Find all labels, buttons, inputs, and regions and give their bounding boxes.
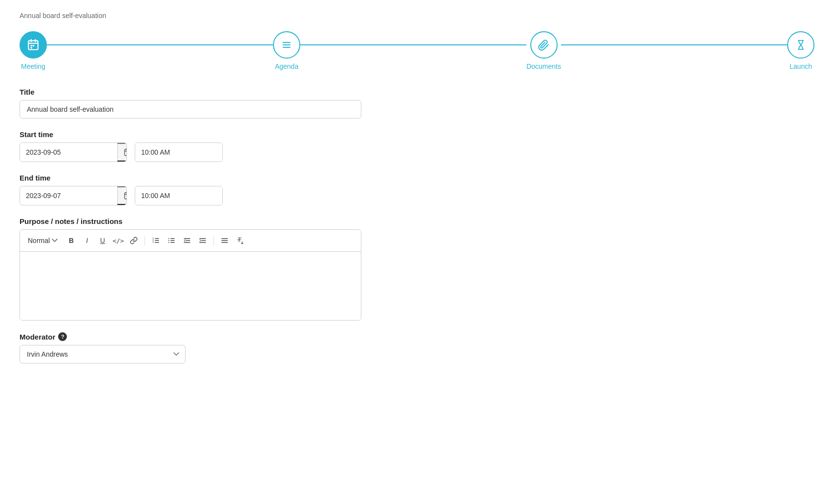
end-time-label: End time xyxy=(20,174,361,182)
divider-2 xyxy=(213,236,214,245)
svg-rect-6 xyxy=(31,47,32,48)
end-date-wrap xyxy=(20,186,127,205)
unordered-list-icon xyxy=(167,237,175,244)
purpose-label: Purpose / notes / instructions xyxy=(20,217,361,225)
moderator-help-icon[interactable]: ? xyxy=(58,332,67,341)
title-label: Title xyxy=(20,88,361,96)
italic-icon: I xyxy=(86,237,88,244)
link-icon xyxy=(130,237,138,244)
italic-button[interactable]: I xyxy=(80,234,94,247)
svg-point-10 xyxy=(283,42,284,43)
unordered-list-button[interactable] xyxy=(165,234,178,247)
start-time-label: Start time xyxy=(20,130,361,139)
step-launch-circle xyxy=(787,31,814,59)
moderator-label: Moderator xyxy=(20,333,55,341)
step-agenda[interactable]: Agenda xyxy=(273,31,300,70)
svg-rect-20 xyxy=(125,193,127,199)
svg-point-37 xyxy=(168,240,169,241)
end-time-wrap xyxy=(135,186,223,205)
code-icon: </> xyxy=(112,237,124,244)
end-date-calendar-button[interactable] xyxy=(117,186,127,205)
divider-1 xyxy=(145,236,145,245)
title-input[interactable] xyxy=(20,100,361,119)
step-meeting-label: Meeting xyxy=(21,62,45,70)
outdent-button[interactable] xyxy=(180,234,194,247)
rich-text-editor: Normal B I U xyxy=(20,229,361,321)
step-documents-circle xyxy=(530,31,558,59)
end-datetime-row xyxy=(20,186,361,205)
breadcrumb: Annual board self-evaluation xyxy=(20,12,814,20)
start-time-wrap xyxy=(135,142,223,162)
moderator-select[interactable]: Irvin Andrews John Smith Jane Doe xyxy=(20,345,186,363)
ordered-list-button[interactable]: 1 2 3 xyxy=(149,234,163,247)
connector-1 xyxy=(47,44,273,45)
chevron-down-icon xyxy=(52,239,58,242)
connector-3 xyxy=(561,44,787,45)
svg-rect-5 xyxy=(33,45,34,46)
start-date-wrap xyxy=(20,142,127,162)
format-select[interactable]: Normal xyxy=(26,236,60,245)
moderator-group: Moderator ? Irvin Andrews John Smith Jan… xyxy=(20,332,361,363)
svg-point-36 xyxy=(168,238,169,239)
svg-text:3: 3 xyxy=(152,241,154,243)
stepper: Meeting Agenda Documents xyxy=(20,31,814,70)
step-agenda-circle xyxy=(273,31,300,59)
code-button[interactable]: </> xyxy=(111,234,125,247)
step-documents[interactable]: Documents xyxy=(526,31,561,70)
start-time-input[interactable] xyxy=(135,143,223,161)
svg-rect-13 xyxy=(125,149,127,156)
bold-icon: B xyxy=(69,237,74,244)
underline-button[interactable]: U xyxy=(96,234,109,247)
end-time-group: End time xyxy=(20,174,361,205)
clear-format-button[interactable]: Tx xyxy=(233,234,247,247)
connector-2 xyxy=(300,44,526,45)
clear-format-icon: Tx xyxy=(237,236,243,245)
align-button[interactable] xyxy=(218,234,231,247)
svg-point-12 xyxy=(283,47,284,48)
start-date-input[interactable] xyxy=(20,143,117,161)
purpose-group: Purpose / notes / instructions Normal B … xyxy=(20,217,361,321)
start-time-group: Start time xyxy=(20,130,361,162)
outdent-icon xyxy=(183,237,191,244)
indent-icon xyxy=(199,237,207,244)
start-datetime-row xyxy=(20,142,361,162)
step-meeting-circle xyxy=(20,31,47,59)
step-launch-label: Launch xyxy=(790,62,812,70)
end-time-input[interactable] xyxy=(135,187,223,204)
editor-content[interactable] xyxy=(20,252,361,320)
end-date-input[interactable] xyxy=(20,187,117,204)
start-date-calendar-button[interactable] xyxy=(117,143,127,161)
meeting-form: Title Start time xyxy=(20,88,361,363)
step-agenda-label: Agenda xyxy=(275,62,298,70)
link-button[interactable] xyxy=(127,234,141,247)
svg-point-11 xyxy=(283,44,284,45)
editor-toolbar: Normal B I U xyxy=(20,230,361,252)
bold-button[interactable]: B xyxy=(64,234,78,247)
svg-point-38 xyxy=(168,242,169,243)
underline-icon: U xyxy=(100,237,105,244)
align-icon xyxy=(221,237,229,244)
ordered-list-icon: 1 2 3 xyxy=(152,237,160,244)
step-documents-label: Documents xyxy=(526,62,561,70)
title-group: Title xyxy=(20,88,361,119)
format-select-label: Normal xyxy=(28,237,50,244)
svg-rect-4 xyxy=(31,45,32,46)
moderator-label-row: Moderator ? xyxy=(20,332,361,341)
step-meeting[interactable]: Meeting xyxy=(20,31,47,70)
step-launch[interactable]: Launch xyxy=(787,31,814,70)
indent-button[interactable] xyxy=(196,234,209,247)
